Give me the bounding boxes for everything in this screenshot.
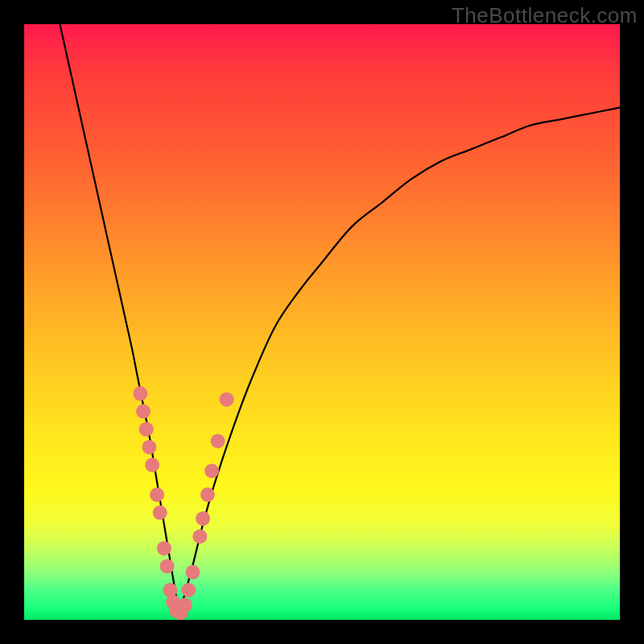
curve-right-branch [179,108,620,614]
data-marker [192,529,207,543]
data-marker [157,541,171,555]
data-marker [136,404,151,419]
data-marker [220,392,234,407]
data-marker [153,506,167,520]
data-marker [174,605,188,620]
data-marker [181,583,196,597]
data-marker [139,422,154,436]
marker-group [133,386,233,620]
data-marker [166,595,180,609]
data-marker [133,386,147,401]
chart-plot-area [24,24,620,620]
data-marker [200,488,215,502]
data-marker [169,604,184,618]
data-marker [211,434,225,448]
data-marker [196,511,210,526]
data-marker [160,559,175,573]
data-marker [204,464,219,478]
data-marker [185,565,200,580]
data-marker [150,488,164,502]
chart-svg [24,24,620,620]
data-marker [142,440,156,454]
data-marker [178,598,192,613]
data-marker [145,458,159,473]
curve-left-branch [60,24,179,614]
data-marker [163,583,177,597]
